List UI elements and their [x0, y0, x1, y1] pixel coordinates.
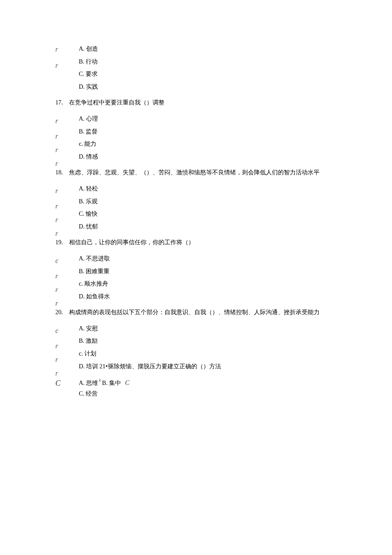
question-17: 17. 在竞争过程中更要注重自我（）调整 [55, 98, 337, 107]
q19-options-block: c A. 不思进取 r B. 困难重重 r c. 顺水推舟 r D. 如鱼得水 [55, 254, 337, 301]
radio-marker-icon: r [55, 61, 58, 70]
radio-marker-icon: r [55, 186, 58, 196]
q21-options-block: C A. 思维 c B. 集中 C C. 经营 [55, 378, 337, 398]
sup-c-marker: c [98, 378, 102, 382]
radio-marker-icon: r [55, 341, 58, 351]
radio-marker-icon: r [55, 45, 58, 54]
q20-options-block: c A. 安慰 r B. 激励 r c. 计划 r D. 培训 21•驱除烦恼、… [55, 324, 337, 370]
radio-marker-icon: r [55, 299, 58, 308]
option-b[interactable]: B. 监督 [79, 127, 337, 136]
question-number: 18. [55, 169, 63, 176]
q16-options-block: r A. 创造 r B. 行动 C. 要求 D. 实践 [55, 45, 337, 91]
radio-marker-icon: C [55, 378, 61, 389]
q17-options-block: r A. 心理 r B. 监督 r c. 能力 r D. 情感 [55, 115, 337, 161]
option-b[interactable]: B. 困难重重 [79, 267, 337, 276]
radio-marker-icon: r [55, 285, 58, 295]
option-d[interactable]: D. 忧郁 [79, 223, 337, 231]
question-19: 19. 相信自己，让你的同事信任你，你的工作将（） [55, 238, 337, 247]
radio-marker-icon: r [55, 159, 58, 168]
option-c[interactable]: C. 愉快 [79, 210, 337, 218]
option-a[interactable]: A. 不思进取 [79, 254, 337, 263]
question-text: 在竞争过程中更要注重自我（）调整 [69, 99, 164, 106]
radio-marker-icon: r [55, 202, 58, 211]
question-20: 20. 构成情商的表现包括以下五个部分：自我意识、自我（）、情绪控制、人际沟通、… [55, 308, 337, 317]
radio-marker-icon: r [55, 229, 58, 238]
radio-marker-icon: r [55, 369, 58, 378]
option-a[interactable]: A. 轻松 [79, 185, 337, 193]
option-d[interactable]: D. 培训 21•驱除烦恼、摆脱压力要建立正确的（）方法 [79, 362, 337, 371]
option-a[interactable]: A. 思维 [79, 380, 98, 386]
option-b[interactable]: B. 行动 [79, 58, 337, 66]
radio-marker-icon: r [55, 355, 58, 364]
question-text: 焦虑、浮躁、悲观、失望、（）、苦闷、激愤和恼怒等不良情绪，则会降低人们的智力活动… [69, 169, 320, 176]
option-b[interactable]: B. 激励 [79, 337, 337, 345]
option-b[interactable]: B. 集中 [102, 380, 121, 386]
option-c[interactable]: C. 要求 [79, 70, 337, 78]
question-text: 构成情商的表现包括以下五个部分：自我意识、自我（）、情绪控制、人际沟通、挫折承受… [69, 309, 320, 315]
option-d[interactable]: D. 情感 [79, 153, 337, 161]
radio-marker-icon: r [55, 272, 58, 281]
radio-marker-icon: r [55, 145, 58, 155]
question-number: 19. [55, 239, 63, 246]
question-text: 相信自己，让你的同事信任你，你的工作将（） [69, 239, 194, 246]
document-page: r A. 创造 r B. 行动 C. 要求 D. 实践 17. 在竞争过程中更要… [0, 0, 392, 555]
question-number: 17. [55, 99, 63, 106]
option-a[interactable]: A. 安慰 [79, 324, 337, 333]
q18-options-block: r A. 轻松 r B. 乐观 r C. 愉快 r D. 忧郁 [55, 185, 337, 231]
option-a[interactable]: A. 心理 [79, 115, 337, 123]
radio-marker-icon: C [125, 379, 130, 386]
option-d[interactable]: D. 实践 [79, 83, 337, 91]
radio-marker-icon: r [55, 132, 58, 141]
radio-marker-icon: c [55, 326, 58, 335]
radio-marker-icon: r [55, 215, 58, 225]
option-c[interactable]: c. 能力 [79, 140, 337, 148]
option-d[interactable]: D. 如鱼得水 [79, 292, 337, 301]
option-b[interactable]: B. 乐观 [79, 197, 337, 206]
option-c[interactable]: c. 顺水推舟 [79, 280, 337, 288]
option-c[interactable]: c. 计划 [79, 350, 337, 358]
option-a[interactable]: A. 创造 [79, 45, 337, 53]
option-line-ab: A. 思维 c B. 集中 C [79, 378, 337, 387]
question-18: 18. 焦虑、浮躁、悲观、失望、（）、苦闷、激愤和恼怒等不良情绪，则会降低人们的… [55, 168, 337, 177]
question-number: 20. [55, 309, 63, 315]
option-c[interactable]: C. 经营 [79, 390, 337, 398]
radio-marker-icon: r [55, 116, 58, 126]
radio-marker-icon: c [55, 256, 58, 266]
